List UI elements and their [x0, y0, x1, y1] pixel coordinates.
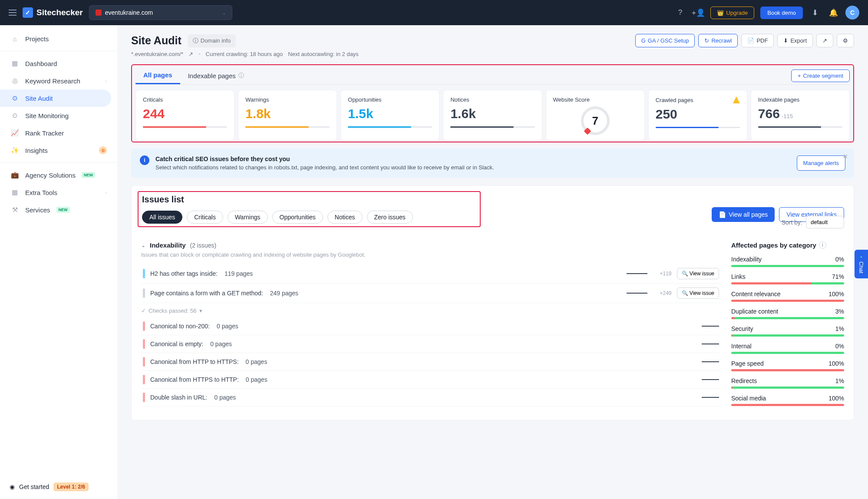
- sidebar-item-rank[interactable]: 📈Rank Tracker: [0, 124, 117, 142]
- spark-line: [627, 273, 647, 274]
- settings-button[interactable]: ⚙: [837, 34, 854, 47]
- filter-pill[interactable]: Notices: [327, 211, 363, 224]
- create-segment-button[interactable]: + Create segment: [791, 69, 850, 82]
- severity-bar: [143, 357, 145, 367]
- cat-pct: 3%: [835, 308, 844, 315]
- avatar[interactable]: C: [845, 6, 859, 20]
- sidebar-item-extra[interactable]: ▦Extra Tools›: [0, 184, 117, 201]
- category-row[interactable]: Security1%: [731, 325, 844, 337]
- category-row[interactable]: Redirects1%: [731, 377, 844, 389]
- help-icon[interactable]: ?: [674, 7, 686, 19]
- ga-setup-button[interactable]: G GA / GSC Setup: [635, 34, 695, 47]
- pdf-button[interactable]: 📄 PDF: [741, 34, 774, 47]
- delta: +249: [653, 290, 672, 296]
- sidebar-label: Agency Solutions: [25, 172, 76, 179]
- domain-info-button[interactable]: ⓘ Domain info: [188, 34, 236, 47]
- export-button[interactable]: ⬇ Export: [777, 34, 813, 47]
- filter-pill[interactable]: Zero issues: [367, 211, 413, 224]
- close-icon[interactable]: ✕: [843, 153, 848, 160]
- filter-pill[interactable]: Warnings: [228, 211, 268, 224]
- score-gauge: 7: [581, 106, 610, 135]
- category-row[interactable]: Content relevance100%: [731, 291, 844, 302]
- sidebar-item-siteaudit[interactable]: ⊙Site Audit: [0, 89, 111, 107]
- brand-logo[interactable]: Sitechecker: [23, 7, 83, 18]
- sidebar-label: Services: [25, 206, 50, 214]
- book-demo-button[interactable]: Book demo: [760, 7, 803, 19]
- category-row[interactable]: Page speed100%: [731, 360, 844, 371]
- cat-name: Social media: [731, 395, 766, 402]
- upgrade-button[interactable]: 👑 Upgrade: [710, 7, 754, 19]
- domain-selector[interactable]: eventukraine.com ⌄: [89, 5, 232, 20]
- new-badge: NEW: [82, 172, 95, 178]
- view-issue-button[interactable]: 🔍 View issue: [677, 268, 719, 279]
- bell-icon[interactable]: 🔔: [827, 7, 839, 19]
- category-row[interactable]: Indexability0%: [731, 256, 844, 267]
- card-title: Criticals: [143, 96, 227, 103]
- get-started-label[interactable]: Get started: [19, 483, 49, 490]
- download-icon[interactable]: ⬇: [809, 7, 821, 19]
- sidebar-label: Rank Tracker: [25, 129, 64, 137]
- category-row[interactable]: Links71%: [731, 273, 844, 284]
- view-all-label: View all pages: [729, 211, 768, 218]
- view-all-pages-button[interactable]: 📄 View all pages: [712, 207, 775, 222]
- card-value: 766-115: [758, 106, 842, 121]
- chat-button[interactable]: Chat: [855, 250, 868, 278]
- tab-indexable[interactable]: Indexable pagesⓘ: [180, 67, 252, 84]
- issue-count: 0 pages: [246, 376, 267, 383]
- metric-card[interactable]: Website Score7: [546, 90, 645, 141]
- page-title: Site Audit: [131, 34, 182, 47]
- recrawl-button[interactable]: ↻ Recrawl: [698, 34, 738, 47]
- invite-icon[interactable]: +👤: [692, 7, 704, 19]
- metric-card[interactable]: Crawled pages 250: [648, 90, 747, 141]
- issue-label: Canonical from HTTPS to HTTP:: [150, 376, 239, 383]
- issues-title: Issues list: [142, 195, 476, 205]
- sidebar-item-insights[interactable]: ✨Insights⚙: [0, 142, 117, 159]
- severity-bar: [143, 339, 145, 349]
- menu-icon[interactable]: [9, 10, 17, 16]
- audit-icon: ⊙: [10, 94, 19, 102]
- card-title: Warnings: [245, 96, 330, 103]
- group-header[interactable]: ⌄ Indexability (2 issues): [141, 241, 721, 249]
- crawl-status: Current crawling: 18 hours ago: [206, 51, 283, 57]
- chevron-down-icon: ▾: [199, 307, 202, 314]
- filter-pill[interactable]: Opportunities: [272, 211, 323, 224]
- breadcrumb[interactable]: *.eventukraine.com/*: [131, 51, 183, 57]
- spark-line: [702, 326, 719, 327]
- spark-line: [450, 126, 535, 128]
- metric-card[interactable]: Opportunities 1.5k: [340, 90, 439, 141]
- sidebar-item-dashboard[interactable]: ▦Dashboard: [0, 55, 117, 72]
- cat-bar: [731, 300, 844, 302]
- spark-line: [348, 126, 432, 128]
- manage-alerts-button[interactable]: Manage alerts: [797, 155, 845, 171]
- card-value: 1.8k: [245, 106, 330, 121]
- magic-icon: ✨: [10, 146, 19, 154]
- sidebar-item-projects[interactable]: ⌂Projects: [0, 30, 117, 47]
- metric-card[interactable]: Notices 1.6k: [443, 90, 542, 141]
- cat-pct: 0%: [835, 256, 844, 263]
- filter-pill[interactable]: Criticals: [187, 211, 223, 224]
- severity-bar: [143, 288, 145, 298]
- share-button[interactable]: ↗: [816, 34, 833, 47]
- sidebar-item-keyword[interactable]: ◎Keyword Research›: [0, 72, 117, 89]
- filter-pill[interactable]: All issues: [142, 211, 182, 224]
- cat-name: Internal: [731, 343, 752, 350]
- alert-title: Catch critical SEO issues before they co…: [155, 155, 791, 162]
- warning-icon: [733, 96, 740, 103]
- sidebar-label: Projects: [25, 35, 49, 43]
- sort-select[interactable]: default: [806, 216, 844, 228]
- category-row[interactable]: Duplicate content3%: [731, 308, 844, 319]
- metric-card[interactable]: Warnings 1.8k: [238, 90, 337, 141]
- tab-all-pages[interactable]: All pages: [135, 67, 180, 84]
- cat-bar: [731, 334, 844, 337]
- cat-name: Page speed: [731, 360, 764, 367]
- sidebar-item-agency[interactable]: 💼Agency SolutionsNEW: [0, 166, 117, 184]
- category-row[interactable]: Social media100%: [731, 395, 844, 406]
- monitor-icon: ⊙: [10, 112, 19, 119]
- sidebar-item-monitoring[interactable]: ⊙Site Monitoring: [0, 107, 117, 124]
- category-row[interactable]: Internal0%: [731, 343, 844, 354]
- view-issue-button[interactable]: 🔍 View issue: [677, 288, 719, 299]
- metric-card[interactable]: Indexable pages 766-115: [751, 90, 850, 141]
- issue-row: Canonical from HTTP to HTTPS: 0 pages: [141, 353, 721, 371]
- metric-card[interactable]: Criticals 244: [135, 90, 234, 141]
- sidebar-item-services[interactable]: ⚒ServicesNEW: [0, 201, 117, 218]
